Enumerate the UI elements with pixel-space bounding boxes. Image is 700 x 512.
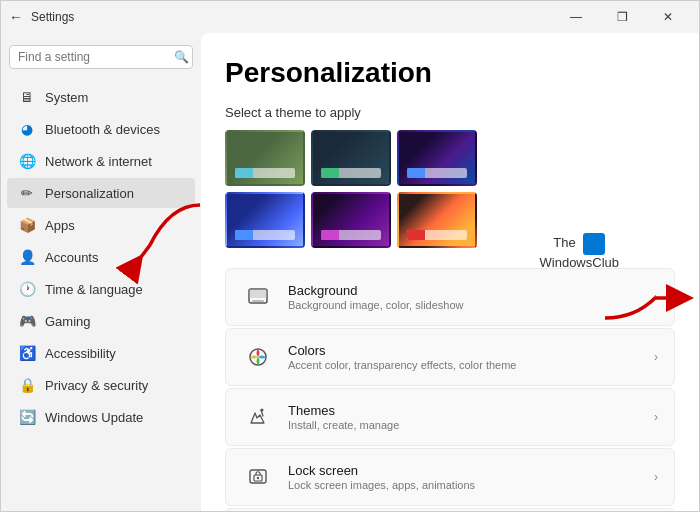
time-icon: 🕐 (19, 281, 35, 297)
back-icon[interactable]: ← (9, 9, 23, 25)
sidebar-item-accessibility[interactable]: ♿ Accessibility (7, 338, 195, 368)
sidebar-item-personalization[interactable]: ✏ Personalization (7, 178, 195, 208)
page-title: Personalization (225, 57, 675, 89)
settings-item-lockscreen[interactable]: Lock screen Lock screen images, apps, an… (225, 448, 675, 506)
titlebar-left: ← Settings (9, 9, 74, 25)
lockscreen-title: Lock screen (288, 463, 475, 478)
colors-chevron: › (654, 350, 658, 364)
themes-subtitle: Install, create, manage (288, 419, 399, 431)
themes-title: Themes (288, 403, 399, 418)
close-button[interactable]: ✕ (645, 1, 691, 33)
sidebar-item-accounts[interactable]: 👤 Accounts (7, 242, 195, 272)
background-icon (242, 281, 274, 313)
theme-thumb-4[interactable] (225, 192, 305, 248)
themes-chevron: › (654, 410, 658, 424)
sidebar-item-bluetooth[interactable]: ◕ Bluetooth & devices (7, 114, 195, 144)
lockscreen-icon (242, 461, 274, 493)
lockscreen-subtitle: Lock screen images, apps, animations (288, 479, 475, 491)
search-input[interactable] (18, 50, 168, 64)
search-box[interactable]: 🔍 (9, 45, 193, 69)
sidebar-item-privacy[interactable]: 🔒 Privacy & security (7, 370, 195, 400)
sidebar-label-bluetooth: Bluetooth & devices (45, 122, 183, 137)
lockscreen-chevron: › (654, 470, 658, 484)
sidebar-label-accessibility: Accessibility (45, 346, 183, 361)
titlebar-controls: — ❐ ✕ (553, 1, 691, 33)
network-icon: 🌐 (19, 153, 35, 169)
minimize-button[interactable]: — (553, 1, 599, 33)
sidebar-item-update[interactable]: 🔄 Windows Update (7, 402, 195, 432)
bluetooth-icon: ◕ (19, 121, 35, 137)
themes-icon (242, 401, 274, 433)
sidebar-label-network: Network & internet (45, 154, 183, 169)
sidebar-item-system[interactable]: 🖥 System (7, 82, 195, 112)
sidebar-item-gaming[interactable]: 🎮 Gaming (7, 306, 195, 336)
sidebar-label-privacy: Privacy & security (45, 378, 183, 393)
svg-rect-2 (252, 300, 264, 302)
settings-item-themes[interactable]: Themes Install, create, manage › (225, 388, 675, 446)
svg-rect-1 (249, 289, 267, 298)
update-icon: 🔄 (19, 409, 35, 425)
sidebar-item-network[interactable]: 🌐 Network & internet (7, 146, 195, 176)
sidebar-item-apps[interactable]: 📦 Apps (7, 210, 195, 240)
titlebar: ← Settings — ❐ ✕ (1, 1, 699, 33)
gaming-icon: 🎮 (19, 313, 35, 329)
theme-section-label: Select a theme to apply (225, 105, 675, 120)
content-area: 🔍 🖥 System ◕ Bluetooth & devices 🌐 Netwo… (1, 33, 699, 511)
colors-subtitle: Accent color, transparency effects, colo… (288, 359, 516, 371)
settings-window: ← Settings — ❐ ✕ 🔍 🖥 System ◕ Bluetooth (0, 0, 700, 512)
sidebar-label-time: Time & language (45, 282, 183, 297)
sidebar-label-accounts: Accounts (45, 250, 183, 265)
system-icon: 🖥 (19, 89, 35, 105)
theme-grid (225, 130, 675, 248)
accessibility-icon: ♿ (19, 345, 35, 361)
theme-thumb-2[interactable] (311, 130, 391, 186)
svg-point-8 (257, 477, 259, 479)
privacy-icon: 🔒 (19, 377, 35, 393)
sidebar-label-gaming: Gaming (45, 314, 183, 329)
settings-list: Background Background image, color, slid… (225, 268, 675, 511)
sidebar: 🔍 🖥 System ◕ Bluetooth & devices 🌐 Netwo… (1, 33, 201, 511)
settings-item-background[interactable]: Background Background image, color, slid… (225, 268, 675, 326)
svg-point-5 (261, 409, 264, 412)
settings-item-touchkeyboard[interactable]: Touch keyboard Themes, size › (225, 508, 675, 511)
background-chevron: › (654, 290, 658, 304)
sidebar-label-apps: Apps (45, 218, 183, 233)
apps-icon: 📦 (19, 217, 35, 233)
sidebar-label-personalization: Personalization (45, 186, 183, 201)
colors-icon (242, 341, 274, 373)
sidebar-label-update: Windows Update (45, 410, 183, 425)
theme-thumb-6[interactable] (397, 192, 477, 248)
window-title: Settings (31, 10, 74, 24)
settings-item-colors[interactable]: Colors Accent color, transparency effect… (225, 328, 675, 386)
theme-thumb-5[interactable] (311, 192, 391, 248)
sidebar-item-time[interactable]: 🕐 Time & language (7, 274, 195, 304)
sidebar-label-system: System (45, 90, 183, 105)
maximize-button[interactable]: ❐ (599, 1, 645, 33)
accounts-icon: 👤 (19, 249, 35, 265)
theme-thumb-1[interactable] (225, 130, 305, 186)
personalization-icon: ✏ (19, 185, 35, 201)
colors-title: Colors (288, 343, 516, 358)
main-panel: Personalization Select a theme to apply (201, 33, 699, 511)
background-subtitle: Background image, color, slideshow (288, 299, 463, 311)
search-icon: 🔍 (174, 50, 189, 64)
background-title: Background (288, 283, 463, 298)
theme-thumb-3[interactable] (397, 130, 477, 186)
